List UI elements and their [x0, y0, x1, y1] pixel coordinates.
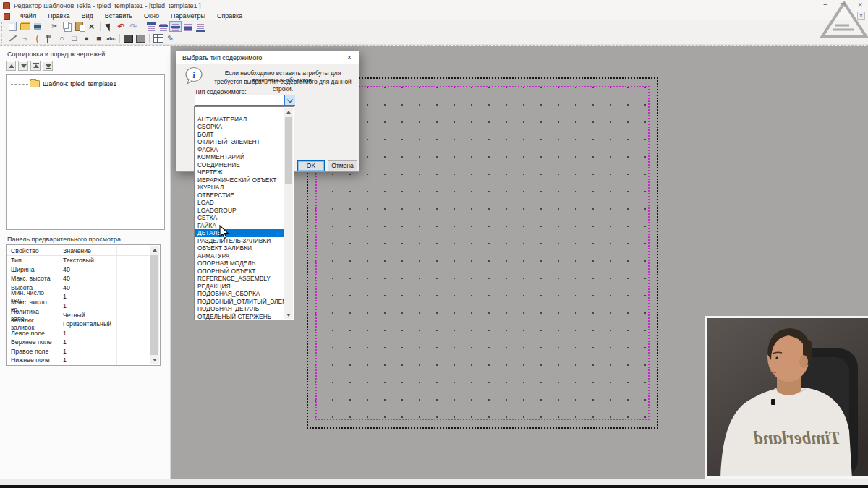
fill-dark-icon[interactable]: [122, 33, 135, 44]
dropdown-item[interactable]: РАЗДЕЛИТЕЛЬ ЗАЛИВКИ: [195, 237, 284, 245]
mouse-cursor: [219, 225, 229, 239]
arc-icon[interactable]: [31, 33, 43, 44]
dropdown-item[interactable]: ОПОРНАЯ МОДЕЛЬ: [195, 260, 284, 267]
align-upper-icon[interactable]: [157, 21, 169, 32]
dropdown-item[interactable]: ЖУРНАЛ: [195, 184, 284, 192]
dropdown-item[interactable]: ИЕРАРХИЧЕСКИЙ ОБЪЕКТ: [195, 176, 284, 184]
dropdown-scrollbar[interactable]: [284, 108, 293, 319]
edit-icon[interactable]: [164, 33, 176, 44]
dropdown-item[interactable]: LOADGROUP: [195, 207, 284, 215]
table-row[interactable]: ТипТекстовый: [7, 256, 149, 265]
dropdown-item[interactable]: REFERENCE_ASSEMBLY: [195, 275, 284, 283]
combobox-dropdown-icon[interactable]: [284, 95, 295, 105]
table-row[interactable]: Левое поле1: [7, 328, 149, 338]
dropdown-item[interactable]: СОЕДИНЕНИЕ: [195, 161, 284, 169]
dropdown-item[interactable]: ПОДОБНАЯ_ДЕТАЛЬ: [195, 305, 284, 313]
paste-icon[interactable]: [73, 21, 85, 32]
dropdown-item[interactable]: ОТЛИТЫЙ_ЭЛЕМЕНТ: [195, 138, 284, 146]
table-row[interactable]: Каталог заливокГоризонтальный: [7, 320, 149, 329]
save-icon[interactable]: [31, 21, 43, 32]
menu-item[interactable]: Файл: [14, 12, 42, 20]
table-row[interactable]: Верхнее поле1: [7, 338, 149, 347]
dropdown-item[interactable]: ГАЙКА: [195, 222, 284, 230]
toolbar-separator: [100, 22, 101, 31]
dialog-title-bar[interactable]: Выбрать тип содержимого: [176, 51, 359, 64]
dropdown-item[interactable]: ОТВЕРСТИЕ: [195, 192, 284, 200]
open-icon[interactable]: [19, 21, 31, 32]
table-icon[interactable]: [152, 33, 164, 44]
menu-item[interactable]: Справка: [211, 12, 248, 20]
redo-icon[interactable]: [127, 21, 140, 32]
dropdown-item[interactable]: ПОДОБНАЯ_СБОРКА: [195, 290, 284, 298]
template-row-area[interactable]: [315, 86, 650, 420]
pointer-icon[interactable]: [103, 21, 115, 32]
dropdown-item[interactable]: ЧЕРТЕЖ: [195, 168, 284, 176]
dropdown-item[interactable]: СБОРКА: [195, 123, 284, 131]
dropdown-item[interactable]: РЕДАКЦИЯ: [195, 283, 284, 291]
cancel-button[interactable]: Отмена: [328, 160, 357, 171]
value-cell: 1: [59, 301, 117, 311]
menu-item[interactable]: Окно: [138, 12, 165, 20]
align-top-icon[interactable]: [145, 21, 157, 32]
align-bottom-icon[interactable]: [194, 21, 206, 32]
dropdown-item[interactable]: ДЕТАЛЬ: [195, 229, 284, 237]
line-icon[interactable]: [7, 33, 19, 44]
cut-icon[interactable]: [48, 21, 61, 32]
dropdown-item[interactable]: LOAD: [195, 199, 284, 207]
move-bottom-button[interactable]: [43, 61, 53, 71]
dropdown-item[interactable]: [195, 108, 284, 116]
menu-item[interactable]: Параметры: [165, 12, 211, 20]
move-down-button[interactable]: [18, 61, 28, 71]
menu-item[interactable]: Вставить: [99, 12, 138, 20]
scroll-up-icon[interactable]: [284, 108, 293, 116]
scroll-thumb[interactable]: [150, 255, 158, 355]
table-row[interactable]: Правое поле1: [7, 346, 149, 356]
align-middle-icon[interactable]: [169, 21, 182, 32]
text-icon[interactable]: [105, 33, 117, 44]
scroll-thumb[interactable]: [285, 117, 292, 184]
copy-icon[interactable]: [61, 21, 73, 32]
rectangle-icon[interactable]: [68, 33, 80, 44]
flag-icon[interactable]: [43, 33, 56, 44]
dropdown-item[interactable]: КОММЕНТАРИЙ: [195, 153, 284, 161]
filled-circle-icon[interactable]: [80, 33, 93, 44]
table-row[interactable]: Ширина40: [7, 265, 149, 275]
scroll-down-icon[interactable]: [284, 311, 293, 319]
dropdown-item[interactable]: СЕТКА: [195, 214, 284, 222]
menu-item[interactable]: Правка: [42, 12, 75, 20]
polyline-icon[interactable]: [19, 33, 31, 44]
scroll-down-icon[interactable]: [150, 356, 159, 364]
fill-gray-icon[interactable]: [135, 33, 147, 44]
undo-icon[interactable]: [115, 21, 127, 32]
ok-button[interactable]: OK: [297, 160, 325, 171]
dropdown-item[interactable]: АНТИМАТЕРИАЛ: [195, 116, 284, 124]
drawing-tree[interactable]: Шаблон: tpled_template1: [6, 74, 165, 230]
dropdown-item[interactable]: ОПОРНЫЙ ОБЪЕКТ: [195, 267, 284, 275]
move-up-button[interactable]: [6, 61, 16, 71]
new-icon[interactable]: [7, 21, 19, 32]
align-lower-icon[interactable]: [182, 21, 194, 32]
delete-icon[interactable]: [85, 21, 98, 32]
toolbar-grip[interactable]: [1, 22, 4, 31]
value-cell: 1: [59, 346, 117, 356]
tree-item-template[interactable]: Шаблон: tpled_template1: [7, 79, 116, 89]
content-type-combobox[interactable]: [195, 95, 295, 106]
table-row[interactable]: Макс. высота40: [7, 274, 149, 283]
preview-scrollbar[interactable]: [150, 246, 159, 364]
info-icon: i: [184, 67, 203, 85]
dropdown-item[interactable]: ФАСКА: [195, 146, 284, 154]
dropdown-item[interactable]: ОТДЕЛЬНЫЙ СТЕРЖЕНЬ: [195, 313, 284, 321]
dialog-close-button[interactable]: ×: [344, 53, 354, 62]
filled-square-icon[interactable]: [93, 33, 105, 44]
scroll-up-icon[interactable]: [150, 246, 159, 254]
dropdown-item[interactable]: ПОДОБНЫЙ_ОТЛИТЫЙ_ЭЛЕМЕНТ: [195, 298, 284, 306]
dropdown-item[interactable]: АРМАТУРА: [195, 252, 284, 260]
toolbar-grip[interactable]: [1, 34, 4, 43]
dropdown-item[interactable]: БОЛТ: [195, 131, 284, 139]
dropdown-item[interactable]: ОБЪЕКТ ЗАЛИВКИ: [195, 244, 284, 252]
move-top-button[interactable]: [30, 61, 41, 71]
circle-icon[interactable]: [56, 33, 68, 44]
table-row[interactable]: Нижнее поле1: [7, 356, 149, 365]
menu-item[interactable]: Вид: [76, 12, 99, 20]
property-cell: Левое поле: [7, 328, 59, 338]
